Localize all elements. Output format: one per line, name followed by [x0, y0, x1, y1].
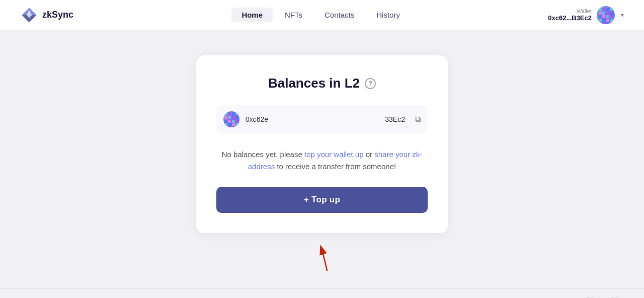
wallet-dropdown[interactable]: Wallet 0xc62...B3Ec2: [548, 6, 624, 24]
nav-contacts[interactable]: Contacts: [314, 8, 364, 22]
message-before-link1: No balances yet, please: [222, 150, 304, 159]
message-after: to receive a transfer from someone!: [275, 162, 396, 171]
balance-message: No balances yet, please top your wallet …: [216, 148, 428, 173]
nav-home[interactable]: Home: [231, 8, 273, 22]
wallet-address: 0xc62...B3Ec2: [548, 14, 592, 22]
footer: Docs Terms Contact | zkScan V.3.21.0 1ae…: [0, 288, 644, 298]
arrow-icon: [302, 243, 342, 273]
address-start: 0xc62e: [246, 115, 268, 123]
wallet-label: Wallet: [548, 8, 592, 14]
copy-icon[interactable]: ⧉: [415, 115, 421, 124]
nav-nfts[interactable]: NFTs: [275, 8, 312, 22]
main-content: Balances in L2 ?: [0, 30, 644, 288]
logo[interactable]: zkSync: [20, 6, 73, 24]
address-row: 0xc62e 33Ec2 ⧉: [216, 105, 428, 133]
arrow-annotation: [196, 243, 448, 273]
help-icon[interactable]: ?: [365, 78, 376, 89]
topup-button[interactable]: + Top up: [216, 187, 428, 213]
card-title: Balances in L2: [268, 76, 360, 91]
wallet-info: Wallet 0xc62...B3Ec2: [548, 8, 592, 22]
card-title-row: Balances in L2 ?: [216, 76, 428, 91]
topup-link[interactable]: top your wallet up: [304, 150, 364, 159]
nav-history[interactable]: History: [366, 8, 410, 22]
address-avatar: [223, 111, 239, 127]
address-end: 33Ec2: [385, 115, 405, 123]
chevron-down-icon: ▾: [621, 12, 624, 19]
main-nav: Home NFTs Contacts History: [94, 8, 548, 22]
address-text: 0xc62e 33Ec2: [246, 115, 405, 123]
message-between: or: [364, 150, 375, 159]
logo-text: zkSync: [42, 10, 73, 20]
avatar: [597, 6, 615, 24]
balances-card: Balances in L2 ?: [196, 55, 448, 233]
zksync-logo-icon: [20, 6, 38, 24]
header: zkSync Home NFTs Contacts History Wallet…: [0, 0, 644, 30]
